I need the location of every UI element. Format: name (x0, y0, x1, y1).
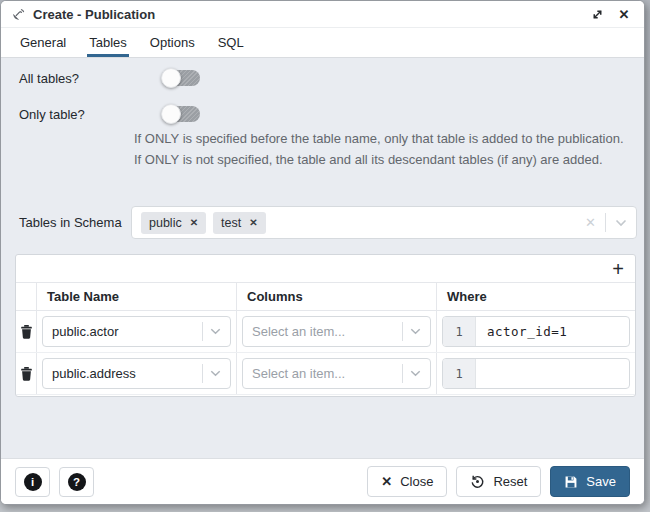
columns-placeholder: Select an item... (252, 366, 345, 381)
save-icon (564, 475, 578, 489)
chevron-down-icon (410, 370, 421, 377)
where-code-editor[interactable]: 1 actor_id=1 (442, 316, 630, 347)
reset-icon (470, 474, 485, 489)
where-code: actor_id=1 (476, 317, 567, 346)
help-icon: ? (68, 473, 86, 491)
tables-in-schema-label: Tables in Schema (19, 215, 122, 230)
toggle-knob (161, 68, 181, 88)
add-row-button[interactable]: + (612, 259, 624, 279)
chevron-down-icon (210, 328, 221, 335)
save-button[interactable]: Save (550, 466, 630, 497)
schema-chip-label: test (221, 216, 241, 230)
tab-sql[interactable]: SQL (216, 28, 246, 57)
columns-select[interactable]: Select an item... (242, 316, 431, 347)
chevron-down-icon[interactable] (615, 219, 627, 227)
line-number-gutter: 1 (443, 359, 476, 388)
only-table-label: Only table? (19, 107, 85, 122)
publication-icon (11, 7, 26, 22)
info-icon: i (24, 473, 42, 491)
table-name-value: public.actor (52, 324, 118, 339)
table-name-select[interactable]: public.address (42, 358, 231, 389)
table-row: public.address Select an item... (16, 353, 635, 395)
remove-chip-icon[interactable]: ✕ (190, 218, 198, 228)
close-x-icon: ✕ (381, 475, 392, 488)
tables-in-schema-select[interactable]: public ✕ test ✕ ✕ (131, 206, 637, 239)
close-window-icon[interactable]: ✕ (614, 4, 634, 24)
divider (605, 213, 606, 232)
table-row: public.actor Select an item... (16, 311, 635, 353)
delete-row-icon[interactable] (21, 325, 32, 339)
header-cell-actions (16, 283, 37, 310)
only-table-toggle[interactable] (161, 104, 201, 124)
tables-grid: + Table Name Columns Where (15, 254, 636, 397)
create-publication-dialog: Create - Publication ✕ General Tables Op… (0, 0, 645, 505)
where-code-editor[interactable]: 1 (442, 358, 630, 389)
close-button[interactable]: ✕ Close (367, 466, 447, 497)
line-number-gutter: 1 (443, 317, 476, 346)
chevron-down-icon (410, 328, 421, 335)
clear-selection-icon[interactable]: ✕ (585, 216, 596, 229)
reset-button-label: Reset (493, 474, 527, 489)
only-table-help-text: If ONLY is specified before the table na… (134, 128, 632, 170)
dialog-title: Create - Publication (33, 7, 155, 22)
schema-chip-label: public (149, 216, 182, 230)
tab-tables[interactable]: Tables (87, 28, 129, 57)
dialog-footer: i ? ✕ Close Reset (1, 458, 644, 504)
header-cell-columns: Columns (237, 283, 437, 310)
schema-chip: public ✕ (141, 212, 206, 234)
grid-toolbar: + (16, 255, 635, 282)
close-button-label: Close (400, 474, 433, 489)
columns-placeholder: Select an item... (252, 324, 345, 339)
columns-select[interactable]: Select an item... (242, 358, 431, 389)
where-code (476, 359, 487, 388)
maximize-icon[interactable] (587, 4, 607, 24)
table-name-value: public.address (52, 366, 136, 381)
tab-general[interactable]: General (18, 28, 68, 57)
delete-row-icon[interactable] (21, 367, 32, 381)
divider (402, 322, 403, 341)
remove-chip-icon[interactable]: ✕ (249, 218, 257, 228)
help-button[interactable]: ? (59, 467, 94, 497)
grid-header-row: Table Name Columns Where (16, 282, 635, 311)
divider (202, 322, 203, 341)
tab-bar: General Tables Options SQL (1, 28, 644, 58)
title-bar: Create - Publication ✕ (1, 1, 644, 28)
select-controls: ✕ (585, 213, 627, 232)
save-button-label: Save (586, 474, 616, 489)
toggle-knob (161, 104, 181, 124)
info-button[interactable]: i (15, 467, 50, 497)
divider (202, 364, 203, 383)
all-tables-label: All tables? (19, 71, 79, 86)
header-cell-table-name: Table Name (37, 283, 237, 310)
table-name-select[interactable]: public.actor (42, 316, 231, 347)
divider (402, 364, 403, 383)
header-cell-where: Where (437, 283, 635, 310)
reset-button[interactable]: Reset (456, 466, 541, 497)
chevron-down-icon (210, 370, 221, 377)
tab-options[interactable]: Options (148, 28, 197, 57)
tables-tab-panel: All tables? Only table? If ONLY is speci… (1, 58, 644, 458)
all-tables-toggle[interactable] (161, 68, 201, 88)
schema-chip: test ✕ (213, 212, 266, 234)
